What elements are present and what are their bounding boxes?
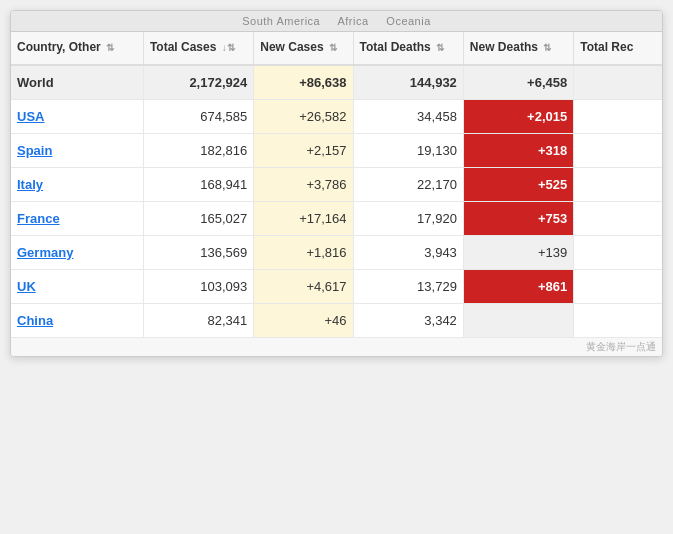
- total-rec-cell: [574, 133, 662, 167]
- country-cell[interactable]: Italy: [11, 167, 143, 201]
- country-cell[interactable]: Spain: [11, 133, 143, 167]
- data-table: Country, Other ⇅ Total Cases ↓⇅ New Case…: [11, 32, 662, 338]
- total-cases-cell: 165,027: [143, 201, 253, 235]
- new-cases-cell: +3,786: [254, 167, 353, 201]
- total-deaths-cell: 13,729: [353, 269, 463, 303]
- total-deaths-cell: 3,943: [353, 235, 463, 269]
- table-header-row: Country, Other ⇅ Total Cases ↓⇅ New Case…: [11, 32, 662, 65]
- new-cases-cell: +4,617: [254, 269, 353, 303]
- country-cell[interactable]: Germany: [11, 235, 143, 269]
- new-cases-cell: +17,164: [254, 201, 353, 235]
- world-row: World 2,172,924 +86,638 144,932 +6,458: [11, 65, 662, 100]
- world-new-deaths: +6,458: [463, 65, 573, 100]
- new-deaths-cell: +139: [463, 235, 573, 269]
- sort-icon-new-cases[interactable]: ⇅: [329, 42, 337, 53]
- new-deaths-cell: +861: [463, 269, 573, 303]
- country-cell[interactable]: UK: [11, 269, 143, 303]
- total-deaths-cell: 34,458: [353, 99, 463, 133]
- world-total-rec: [574, 65, 662, 100]
- total-rec-cell: [574, 235, 662, 269]
- total-rec-cell: [574, 303, 662, 337]
- table-row: Germany136,569+1,8163,943+139: [11, 235, 662, 269]
- sort-icon-total-deaths[interactable]: ⇅: [436, 42, 444, 53]
- new-deaths-cell: +525: [463, 167, 573, 201]
- new-deaths-cell: +2,015: [463, 99, 573, 133]
- top-bar-label-1: South America: [242, 15, 320, 27]
- table-row: Spain182,816+2,15719,130+318: [11, 133, 662, 167]
- table-row: USA674,585+26,58234,458+2,015: [11, 99, 662, 133]
- header-new-deaths[interactable]: New Deaths ⇅: [463, 32, 573, 65]
- country-cell[interactable]: France: [11, 201, 143, 235]
- total-cases-cell: 674,585: [143, 99, 253, 133]
- header-total-deaths[interactable]: Total Deaths ⇅: [353, 32, 463, 65]
- new-deaths-cell: +753: [463, 201, 573, 235]
- sort-icon-country[interactable]: ⇅: [106, 42, 114, 53]
- header-total-cases[interactable]: Total Cases ↓⇅: [143, 32, 253, 65]
- sort-icon-new-deaths[interactable]: ⇅: [543, 42, 551, 53]
- total-cases-cell: 103,093: [143, 269, 253, 303]
- total-cases-cell: 182,816: [143, 133, 253, 167]
- total-rec-cell: [574, 269, 662, 303]
- world-total-cases: 2,172,924: [143, 65, 253, 100]
- country-cell[interactable]: USA: [11, 99, 143, 133]
- total-cases-cell: 168,941: [143, 167, 253, 201]
- total-deaths-cell: 17,920: [353, 201, 463, 235]
- new-cases-cell: +2,157: [254, 133, 353, 167]
- country-cell[interactable]: China: [11, 303, 143, 337]
- new-deaths-cell: [463, 303, 573, 337]
- table-row: China82,341+463,342: [11, 303, 662, 337]
- header-total-rec[interactable]: Total Rec: [574, 32, 662, 65]
- header-new-cases[interactable]: New Cases ⇅: [254, 32, 353, 65]
- table-row: France165,027+17,16417,920+753: [11, 201, 662, 235]
- new-cases-cell: +46: [254, 303, 353, 337]
- total-rec-cell: [574, 201, 662, 235]
- new-cases-cell: +26,582: [254, 99, 353, 133]
- table-row: Italy168,941+3,78622,170+525: [11, 167, 662, 201]
- total-cases-cell: 82,341: [143, 303, 253, 337]
- top-bar: South America Africa Oceania: [11, 11, 662, 32]
- total-deaths-cell: 3,342: [353, 303, 463, 337]
- total-deaths-cell: 22,170: [353, 167, 463, 201]
- new-cases-cell: +1,816: [254, 235, 353, 269]
- world-total-deaths: 144,932: [353, 65, 463, 100]
- top-bar-label-3: Oceania: [386, 15, 430, 27]
- top-bar-label-2: Africa: [337, 15, 368, 27]
- watermark: 黄金海岸一点通: [11, 338, 662, 356]
- covid-table-container: South America Africa Oceania Country, Ot…: [10, 10, 663, 357]
- table-row: UK103,093+4,61713,729+861: [11, 269, 662, 303]
- world-new-cases: +86,638: [254, 65, 353, 100]
- sort-icon-total-cases[interactable]: ↓⇅: [222, 42, 235, 53]
- total-rec-cell: [574, 99, 662, 133]
- new-deaths-cell: +318: [463, 133, 573, 167]
- world-country: World: [11, 65, 143, 100]
- total-cases-cell: 136,569: [143, 235, 253, 269]
- total-rec-cell: [574, 167, 662, 201]
- table-body: World 2,172,924 +86,638 144,932 +6,458 U…: [11, 65, 662, 338]
- header-country[interactable]: Country, Other ⇅: [11, 32, 143, 65]
- total-deaths-cell: 19,130: [353, 133, 463, 167]
